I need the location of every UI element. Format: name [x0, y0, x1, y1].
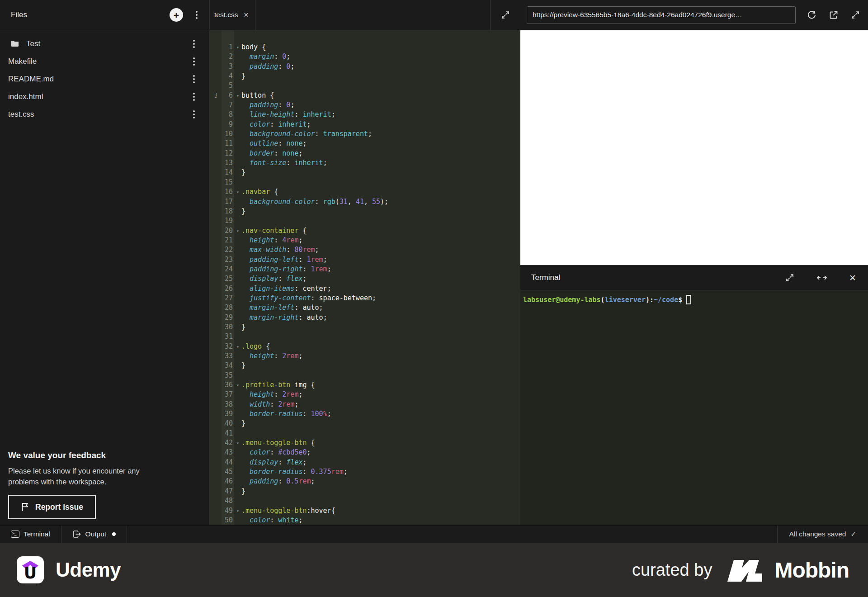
fold-arrow-icon[interactable]: ▾ — [234, 380, 241, 390]
code-line-22: 22 max-width: 80rem; — [210, 245, 520, 255]
code-text: margin: 0; — [241, 52, 520, 62]
file-menu-button[interactable] — [190, 73, 198, 85]
check-icon: ✓ — [850, 530, 856, 538]
fold-arrow-icon[interactable]: ▾ — [234, 43, 241, 52]
code-text: padding: 0; — [241, 100, 520, 110]
line-number: 20 — [222, 226, 234, 236]
fold-arrow-icon[interactable]: ▾ — [234, 91, 241, 100]
code-line-32: 32▾.logo { — [210, 342, 520, 351]
tab-test-css[interactable]: test.css ✕ — [210, 0, 255, 30]
terminal-body[interactable]: labsuser@udemy-labs(liveserver):~/code$ — [520, 290, 868, 525]
code-text: } — [241, 361, 520, 370]
report-issue-button[interactable]: Report issue — [8, 495, 96, 519]
line-number: 33 — [222, 351, 234, 361]
file-row-readme-md[interactable]: README.md — [0, 70, 209, 88]
code-text: margin-right: auto; — [241, 313, 520, 322]
line-number: 16 — [222, 187, 234, 197]
url-input[interactable] — [527, 6, 796, 24]
file-menu-button[interactable] — [190, 38, 198, 50]
tab-close-icon[interactable]: ✕ — [244, 11, 249, 19]
code-line-29: 29 margin-right: auto; — [210, 313, 520, 322]
line-number: 14 — [222, 168, 234, 177]
terminal-expand-button[interactable] — [784, 272, 796, 284]
editor-pane: test.css ✕ 1▾body {2 margin — [210, 0, 520, 525]
fold-arrow-icon[interactable]: ▾ — [234, 438, 241, 448]
code-line-39: 39 border-radius: 100%; — [210, 409, 520, 419]
mobbin-logo-icon — [727, 558, 767, 582]
refresh-button[interactable] — [806, 9, 818, 21]
fold-arrow-icon[interactable]: ▾ — [234, 187, 241, 197]
mobbin-wordmark: Mobbin — [774, 558, 849, 583]
file-menu-button[interactable] — [190, 91, 198, 103]
code-text — [241, 371, 520, 380]
preview-expand-button[interactable] — [849, 9, 861, 21]
code-line-9: 9 color: inherit; — [210, 120, 520, 129]
line-number: 34 — [222, 361, 234, 370]
file-menu-button[interactable] — [190, 56, 198, 67]
terminal-icon: >_ — [11, 531, 19, 538]
code-text: justify-content: space-between; — [241, 294, 520, 303]
code-text: height: 2rem; — [241, 390, 520, 399]
line-number: 46 — [222, 477, 234, 486]
fold-arrow-icon[interactable]: ▾ — [234, 342, 241, 351]
terminal-cursor — [686, 295, 691, 304]
line-number: 24 — [222, 265, 234, 274]
code-line-23: 23 padding-left: 1rem; — [210, 255, 520, 265]
open-in-new-tab-button[interactable] — [828, 9, 840, 21]
code-line-43: 43 color: #cbd5e0; — [210, 448, 520, 457]
statusbar-output-tab[interactable]: Output — [61, 526, 127, 543]
terminal-resize-button[interactable] — [816, 273, 828, 282]
code-text: } — [241, 487, 520, 496]
code-text: } — [241, 168, 520, 177]
add-file-button[interactable]: + — [170, 8, 183, 22]
code-line-20: 20▾.nav-container { — [210, 226, 520, 236]
code-text: .profile-btn img { — [241, 380, 520, 390]
code-text: display: flex; — [241, 274, 520, 284]
line-number: 29 — [222, 313, 234, 322]
code-text: } — [241, 207, 520, 216]
code-line-45: 45 border-radius: 0.375rem; — [210, 467, 520, 477]
file-menu-button[interactable] — [190, 109, 198, 120]
code-line-10: 10 background-color: transparent; — [210, 129, 520, 139]
statusbar-terminal-tab[interactable]: >_ Terminal — [0, 526, 61, 543]
file-name: index.html — [8, 92, 190, 101]
udemy-wordmark: Udemy — [56, 559, 121, 581]
fold-arrow-icon[interactable]: ▾ — [234, 506, 241, 516]
line-number: 23 — [222, 255, 234, 265]
terminal-header: Terminal — [520, 265, 868, 290]
code-line-34: 34} — [210, 361, 520, 370]
code-line-11: 11 outline: none; — [210, 139, 520, 148]
code-line-26: 26 align-items: center; — [210, 284, 520, 294]
mobbin-lockup: Mobbin — [727, 558, 849, 583]
file-row-index-html[interactable]: index.html — [0, 88, 209, 105]
info-annotation-icon: i — [210, 91, 222, 100]
line-number: 47 — [222, 487, 234, 496]
code-text: display: flex; — [241, 458, 520, 467]
code-editor[interactable]: 1▾body {2 margin: 0;3 padding: 0;4}5i6▾b… — [210, 30, 520, 525]
code-text: color: #cbd5e0; — [241, 448, 520, 457]
output-unread-dot — [112, 532, 116, 536]
prompt-segment: $ — [678, 296, 682, 304]
files-menu-button[interactable] — [193, 9, 200, 21]
browser-preview[interactable] — [520, 30, 868, 265]
line-number: 30 — [222, 322, 234, 332]
code-text: max-width: 80rem; — [241, 245, 520, 255]
code-line-17: 17 background-color: rgb(31, 41, 55); — [210, 197, 520, 207]
file-row-test[interactable]: Test — [0, 35, 209, 52]
code-lines: 1▾body {2 margin: 0;3 padding: 0;4}5i6▾b… — [210, 30, 520, 525]
line-number: 26 — [222, 284, 234, 294]
code-text — [241, 496, 520, 506]
file-row-test-css[interactable]: test.css — [0, 105, 209, 123]
editor-expand-button[interactable] — [500, 9, 511, 21]
code-line-50: 50 color: white; — [210, 516, 520, 525]
line-number: 35 — [222, 371, 234, 380]
code-text: padding-right: 1rem; — [241, 265, 520, 274]
line-number: 32 — [222, 342, 234, 351]
fold-arrow-icon[interactable]: ▾ — [234, 226, 241, 236]
status-bar: >_ Terminal Output All changes saved ✓ — [0, 525, 868, 543]
terminal-close-button[interactable]: ✕ — [848, 273, 857, 283]
code-line-12: 12 border: none; — [210, 149, 520, 158]
file-row-makefile[interactable]: Makefile — [0, 52, 209, 70]
statusbar-terminal-label: Terminal — [24, 530, 50, 538]
preview-toolbar — [520, 0, 868, 30]
